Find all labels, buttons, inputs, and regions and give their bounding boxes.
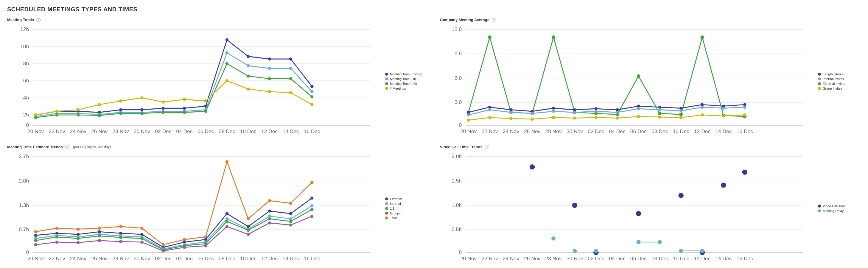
legend-groups-label: Groups bbox=[390, 211, 401, 215]
svg-point-197 bbox=[225, 160, 228, 163]
legend-lo-dot bbox=[385, 82, 388, 85]
svg-point-77 bbox=[183, 98, 186, 101]
svg-point-55 bbox=[310, 90, 313, 93]
legend-video-dot bbox=[818, 205, 821, 207]
svg-text:26 Nov: 26 Nov bbox=[91, 256, 107, 262]
svg-text:30 Nov: 30 Nov bbox=[566, 128, 583, 134]
meeting-trends-title: Meeting Time Estimate Trends bbox=[7, 145, 63, 149]
svg-point-73 bbox=[98, 103, 101, 106]
svg-point-162 bbox=[722, 114, 725, 117]
svg-point-251 bbox=[183, 246, 186, 249]
svg-point-239 bbox=[225, 220, 228, 223]
svg-text:10 Dec: 10 Dec bbox=[673, 256, 689, 262]
svg-point-81 bbox=[268, 90, 271, 93]
legend-group-invites: Group Invites bbox=[818, 87, 861, 90]
svg-point-136 bbox=[467, 113, 470, 116]
video-call-title: Video Call Time Trends bbox=[440, 145, 483, 149]
svg-text:02 Dec: 02 Dec bbox=[588, 128, 604, 134]
svg-point-257 bbox=[310, 215, 313, 218]
legend-11-dot bbox=[385, 207, 388, 210]
legend-meeting-delay: Meeting Delay bbox=[818, 209, 861, 212]
meeting-totals-title: Meeting Totals bbox=[7, 18, 34, 22]
svg-text:28 Nov: 28 Nov bbox=[113, 256, 129, 262]
svg-point-249 bbox=[140, 241, 143, 243]
svg-point-70 bbox=[34, 113, 37, 116]
svg-text:08 Dec: 08 Dec bbox=[219, 128, 235, 134]
svg-point-68 bbox=[289, 77, 292, 80]
svg-text:12 Dec: 12 Dec bbox=[261, 128, 278, 134]
legend-group-dot bbox=[818, 87, 821, 90]
svg-text:28 Nov: 28 Nov bbox=[113, 128, 129, 134]
svg-point-201 bbox=[310, 181, 313, 184]
svg-point-83 bbox=[310, 103, 313, 106]
video-call-panel: Video Call Time Trends ? 0 0.5h bbox=[440, 145, 861, 266]
svg-text:02 Dec: 02 Dec bbox=[155, 128, 171, 134]
svg-text:10h: 10h bbox=[20, 43, 29, 49]
svg-text:3.0: 3.0 bbox=[455, 99, 462, 105]
svg-text:06 Dec: 06 Dec bbox=[630, 128, 647, 134]
meeting-trends-body: 0 0.7h 1.3h 2.0h 2.7h 20 Nov 22 Nov 24 N… bbox=[7, 151, 428, 266]
svg-text:30 Nov: 30 Nov bbox=[134, 128, 150, 134]
legend-11-label: 1:1 bbox=[390, 207, 394, 210]
svg-point-58 bbox=[76, 113, 80, 116]
svg-point-158 bbox=[637, 115, 640, 118]
svg-point-163 bbox=[743, 113, 746, 116]
svg-text:30 Nov: 30 Nov bbox=[134, 256, 150, 262]
meeting-totals-info-icon[interactable]: ? bbox=[36, 18, 40, 22]
svg-point-200 bbox=[289, 202, 292, 205]
svg-point-256 bbox=[289, 223, 292, 226]
svg-text:04 Dec: 04 Dec bbox=[176, 256, 193, 262]
legend-internal2: Internal bbox=[385, 202, 428, 205]
svg-point-254 bbox=[247, 233, 250, 236]
legend-lo-label: Meeting Time (LO) bbox=[390, 82, 417, 86]
svg-text:20 Nov: 20 Nov bbox=[460, 256, 476, 262]
company-avg-svg: 0 3.0 6.0 9.0 12.0 20 Nov 22 Nov 24 Nov … bbox=[440, 24, 813, 139]
svg-text:28 Nov: 28 Nov bbox=[546, 256, 562, 262]
svg-point-189 bbox=[55, 227, 58, 230]
svg-text:0: 0 bbox=[459, 122, 462, 128]
svg-text:0: 0 bbox=[459, 249, 462, 255]
svg-point-118 bbox=[679, 112, 683, 116]
company-avg-legend: Length (Hours) Internal Invites External… bbox=[813, 24, 861, 139]
svg-text:20 Nov: 20 Nov bbox=[460, 128, 476, 134]
svg-text:0: 0 bbox=[26, 122, 29, 128]
svg-point-230 bbox=[34, 239, 37, 242]
meeting-trends-info-icon[interactable]: ? bbox=[65, 145, 69, 149]
svg-text:24 Nov: 24 Nov bbox=[503, 128, 519, 134]
svg-text:1.0h: 1.0h bbox=[452, 202, 462, 208]
svg-point-148 bbox=[722, 107, 725, 109]
svg-point-39 bbox=[268, 58, 271, 61]
svg-point-40 bbox=[289, 58, 292, 61]
svg-point-52 bbox=[247, 64, 250, 67]
legend-total: Total bbox=[385, 216, 428, 220]
svg-point-155 bbox=[573, 116, 576, 120]
svg-point-235 bbox=[140, 237, 143, 240]
svg-point-41 bbox=[310, 85, 313, 88]
svg-point-289 bbox=[742, 169, 747, 174]
legend-internal2-dot bbox=[385, 202, 388, 205]
svg-text:06 Dec: 06 Dec bbox=[197, 128, 214, 134]
svg-point-253 bbox=[225, 225, 228, 228]
legend-invited-dot bbox=[385, 73, 388, 76]
svg-point-150 bbox=[467, 119, 470, 122]
svg-point-288 bbox=[721, 182, 726, 188]
svg-point-151 bbox=[488, 116, 491, 119]
svg-text:8h: 8h bbox=[23, 61, 29, 66]
svg-text:2h: 2h bbox=[23, 112, 29, 118]
company-avg-info-icon[interactable]: ? bbox=[492, 18, 496, 22]
svg-point-250 bbox=[162, 249, 165, 252]
svg-point-66 bbox=[247, 74, 250, 77]
svg-point-54 bbox=[289, 67, 292, 70]
svg-text:20 Nov: 20 Nov bbox=[27, 256, 44, 262]
svg-point-231 bbox=[55, 235, 58, 238]
svg-point-61 bbox=[140, 112, 143, 115]
svg-text:12 Dec: 12 Dec bbox=[694, 256, 710, 262]
svg-text:24 Nov: 24 Nov bbox=[70, 128, 86, 134]
legend-hi: Meeting Time (HI) bbox=[385, 77, 428, 81]
svg-text:14 Dec: 14 Dec bbox=[282, 256, 299, 262]
svg-point-199 bbox=[268, 199, 271, 202]
legend-total-label: Total bbox=[390, 216, 397, 220]
svg-text:22 Nov: 22 Nov bbox=[49, 128, 65, 134]
svg-text:16 Dec: 16 Dec bbox=[304, 128, 320, 134]
video-call-info-icon[interactable]: ? bbox=[485, 145, 489, 149]
